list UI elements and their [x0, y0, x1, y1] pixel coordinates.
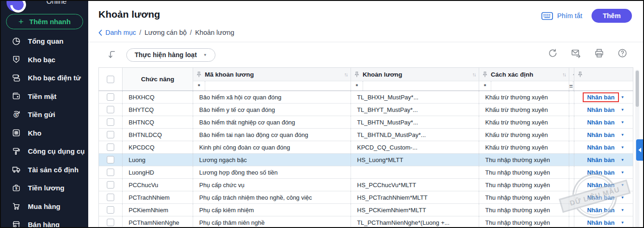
sort-icon[interactable]: ↑↓: [344, 72, 347, 77]
chevron-down-icon[interactable]: ▼: [621, 170, 624, 175]
sidebar-item-ban-hang[interactable]: Bán hàng: [1, 215, 88, 228]
duplicate-button[interactable]: Nhân bản: [583, 155, 618, 165]
cell-action: Nhân bản ▼: [574, 129, 633, 141]
breadcrumb-back-link[interactable]: Danh mục: [98, 29, 136, 36]
move-down-arrow-icon[interactable]: [108, 50, 118, 60]
cell-type: Thu nhập thường xuyên: [479, 204, 569, 216]
breadcrumb-separator: /: [139, 29, 141, 36]
sidebar-item-tien-gui[interactable]: $ Tiền gửi: [1, 105, 88, 124]
shortcut-link[interactable]: Phím tắt: [541, 12, 582, 20]
sidebar-item-cong-cu-dung-cu[interactable]: Công cụ dụng cụ: [1, 142, 88, 161]
scrollbar-thumb[interactable]: [636, 71, 639, 107]
plus-icon: +: [19, 17, 24, 26]
sidebar-item-tong-quan[interactable]: Tổng quan: [1, 32, 88, 51]
chevron-down-icon[interactable]: ▼: [621, 108, 624, 112]
row-checkbox[interactable]: [107, 219, 114, 226]
filter-input-code[interactable]: [205, 81, 351, 91]
row-checkbox[interactable]: [107, 206, 114, 214]
add-button[interactable]: Thêm: [592, 9, 632, 23]
filter-operator[interactable]: *: [193, 81, 205, 91]
sidebar: Online + Thêm nhanh Tổng quan $ Kho bạc …: [1, 1, 88, 227]
duplicate-button[interactable]: Nhân bản: [583, 180, 618, 190]
quick-add-button[interactable]: + Thêm nhanh: [6, 14, 83, 29]
cell-name: Bảo hiểm tai nạn lao động cơ quan đóng: [193, 129, 351, 141]
row-checkbox[interactable]: [107, 143, 114, 151]
print-icon[interactable]: [594, 48, 605, 59]
chevron-down-icon[interactable]: ▼: [621, 221, 624, 225]
row-checkbox[interactable]: [107, 181, 114, 189]
cell-formula: HS_Luong*MLTT: [351, 154, 479, 166]
duplicate-button[interactable]: Nhân bản: [583, 130, 618, 140]
row-checkbox[interactable]: [107, 156, 114, 163]
collapse-panel-tab[interactable]: [636, 139, 643, 161]
row-checkbox[interactable]: [107, 118, 114, 126]
filter-operator[interactable]: *: [479, 81, 491, 91]
treasury-icon: $: [12, 55, 21, 64]
cell-sliver: [569, 166, 574, 178]
chevron-left-icon: [638, 148, 641, 152]
duplicate-button[interactable]: Nhân bản: [583, 193, 618, 202]
cell-code: PCChucVu: [122, 179, 193, 191]
cell-type: Khấu trừ thường xuyên: [479, 91, 569, 103]
filter-cell-type: = ▼: [569, 81, 574, 91]
chevron-down-icon[interactable]: ▼: [621, 158, 624, 162]
help-icon[interactable]: [617, 48, 628, 59]
chevron-down-icon[interactable]: ▼: [621, 133, 624, 137]
pin-icon: [578, 72, 583, 78]
chevron-down-icon[interactable]: ▼: [621, 95, 624, 99]
sidebar-item-label: Kho bạc: [28, 56, 55, 64]
toolbar: Thực hiện hàng loạt ▼: [88, 42, 643, 67]
filter-input-name[interactable]: [363, 81, 479, 91]
row-checkbox[interactable]: [107, 93, 114, 101]
sidebar-item-label: Tiền lương: [28, 184, 65, 192]
sort-icon[interactable]: ↑↓: [472, 72, 475, 77]
pin-icon[interactable]: [196, 72, 202, 78]
duplicate-button[interactable]: Nhân bản: [583, 143, 618, 152]
filter-operator[interactable]: =: [569, 81, 573, 91]
chevron-down-icon[interactable]: ▼: [621, 183, 624, 187]
table-row: LuongHD Lương hợp đồng theo số tiền Thu …: [98, 166, 633, 179]
sidebar-item-tien-luong[interactable]: $ Tiền lương: [1, 179, 88, 197]
cell-code: KPCDCQ: [122, 141, 193, 153]
sidebar-item-kho-bac-dien-tu[interactable]: $ Kho bạc điện tử: [1, 69, 88, 87]
select-all-checkbox[interactable]: [107, 76, 114, 83]
refresh-icon[interactable]: [547, 48, 558, 59]
filter-operator[interactable]: *: [351, 81, 363, 91]
sidebar-item-kho[interactable]: Kho: [1, 124, 88, 143]
duplicate-button[interactable]: Nhân bản: [583, 92, 618, 102]
filter-input-formula[interactable]: [491, 81, 569, 91]
chevron-down-icon[interactable]: ▼: [621, 145, 624, 150]
chevron-down-icon[interactable]: ▼: [621, 195, 624, 200]
row-checkbox[interactable]: [107, 131, 114, 138]
row-checkbox[interactable]: [107, 169, 114, 176]
chevron-down-icon[interactable]: ▼: [621, 208, 624, 212]
send-mail-icon[interactable]: [571, 48, 581, 59]
batch-actions-label: Thực hiện hàng loạt: [135, 51, 197, 59]
column-header-formula[interactable]: Cách xác định ↑↓: [479, 68, 569, 81]
filter-cell-code: *: [193, 81, 351, 91]
pin-icon[interactable]: [482, 72, 488, 78]
sales-icon: [12, 220, 21, 228]
sort-icon[interactable]: ↑↓: [562, 72, 566, 77]
chevron-down-icon[interactable]: ▼: [621, 120, 624, 124]
row-checkbox[interactable]: [107, 106, 114, 113]
row-checkbox[interactable]: [107, 194, 114, 201]
cell-type: Khấu trừ thường xuyên: [479, 129, 569, 141]
sidebar-item-mua-hang[interactable]: Mua hàng: [1, 197, 88, 216]
duplicate-button[interactable]: Nhân bản: [583, 218, 618, 228]
cell-action: Nhân bản ▼: [574, 104, 633, 116]
duplicate-button[interactable]: Nhân bản: [583, 117, 618, 127]
page-title: Khoản lương: [98, 9, 160, 20]
sidebar-item-tai-san-co-dinh[interactable]: Tài sản cố định: [1, 161, 88, 179]
batch-actions-dropdown[interactable]: Thực hiện hàng loạt ▼: [126, 48, 215, 62]
cell-code: BHTNLDCQ: [122, 129, 193, 141]
duplicate-button[interactable]: Nhân bản: [583, 205, 618, 215]
column-header-name[interactable]: Khoản lương ↑↓: [351, 68, 479, 81]
duplicate-button[interactable]: Nhân bản: [583, 168, 618, 177]
sidebar-item-tien-mat[interactable]: Tiền mặt: [1, 87, 88, 106]
sidebar-item-label: Công cụ dụng cụ: [28, 147, 85, 155]
pin-icon[interactable]: [354, 72, 359, 78]
duplicate-button[interactable]: Nhân bản: [583, 105, 618, 115]
sidebar-item-kho-bac[interactable]: $ Kho bạc: [1, 51, 88, 69]
column-header-code[interactable]: Mã khoản lương ↑↓: [193, 68, 351, 81]
